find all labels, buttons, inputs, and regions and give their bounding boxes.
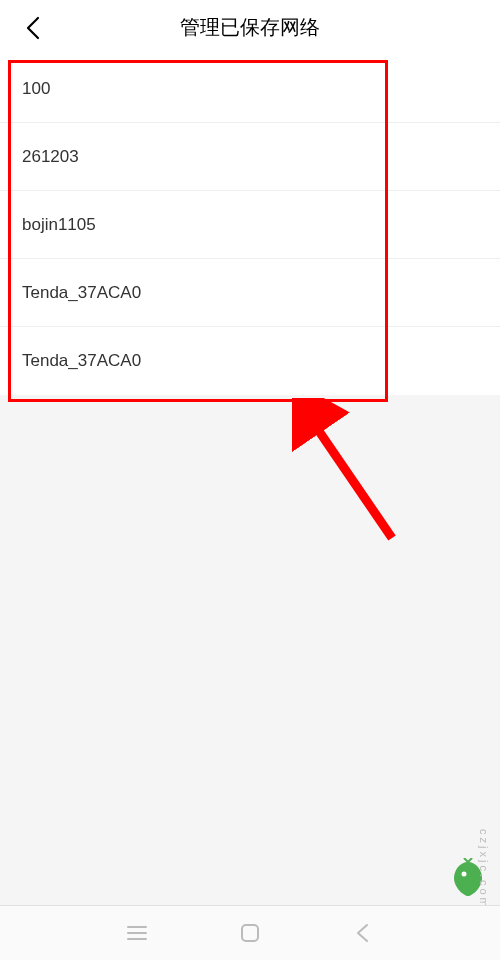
network-item[interactable]: 100 <box>0 55 500 123</box>
home-button[interactable] <box>230 913 270 953</box>
network-item[interactable]: Tenda_37ACA0 <box>0 327 500 395</box>
network-name: Tenda_37ACA0 <box>22 351 141 371</box>
system-navbar <box>0 905 500 960</box>
back-nav-button[interactable] <box>343 913 383 953</box>
watermark-url: czjxjc.com <box>478 829 490 910</box>
network-item[interactable]: 261203 <box>0 123 500 191</box>
screen: 管理已保存网络 100 261203 bojin1105 Tenda_37ACA… <box>0 0 500 960</box>
network-item[interactable]: Tenda_37ACA0 <box>0 259 500 327</box>
network-name: Tenda_37ACA0 <box>22 283 141 303</box>
network-item[interactable]: bojin1105 <box>0 191 500 259</box>
chevron-left-icon <box>354 922 372 944</box>
menu-icon <box>126 924 148 942</box>
network-name: 261203 <box>22 147 79 167</box>
page-title: 管理已保存网络 <box>0 14 500 41</box>
chevron-left-icon <box>26 16 40 40</box>
svg-rect-6 <box>242 925 258 941</box>
header-bar: 管理已保存网络 <box>0 0 500 55</box>
network-name: 100 <box>22 79 50 99</box>
back-button[interactable] <box>18 13 48 43</box>
recents-button[interactable] <box>117 913 157 953</box>
square-icon <box>239 922 261 944</box>
saved-networks-list: 100 261203 bojin1105 Tenda_37ACA0 Tenda_… <box>0 55 500 395</box>
network-name: bojin1105 <box>22 215 96 235</box>
svg-line-1 <box>310 418 392 538</box>
svg-point-2 <box>462 872 467 877</box>
annotation-arrow <box>292 398 412 558</box>
